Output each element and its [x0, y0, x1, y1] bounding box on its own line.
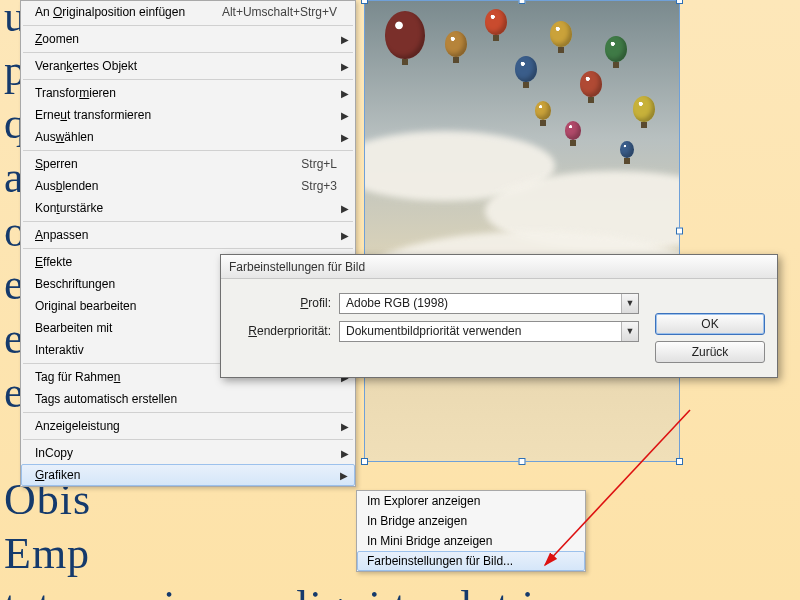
submenu-item-label: Farbeinstellungen für Bild... — [367, 554, 513, 568]
render-value: Dokumentbildpriorität verwenden — [346, 324, 521, 338]
menu-item-label: An Originalposition einfügen — [35, 5, 210, 19]
menu-item[interactable]: Auswählen▶ — [21, 126, 355, 148]
menu-item-label: Ausblenden — [35, 179, 289, 193]
menu-item-label: Verankertes Objekt — [35, 59, 337, 73]
submenu-arrow-icon: ▶ — [341, 203, 349, 214]
menu-shortcut: Strg+L — [289, 157, 337, 171]
cancel-button[interactable]: Zurück — [655, 341, 765, 363]
menu-item-label: Anpassen — [35, 228, 337, 242]
menu-item-label: Anzeigeleistung — [35, 419, 337, 433]
submenu-item[interactable]: Im Explorer anzeigen — [357, 491, 585, 511]
menu-item-label: Konturstärke — [35, 201, 337, 215]
menu-item-label: Erneut transformieren — [35, 108, 337, 122]
dialog-title: Farbeinstellungen für Bild — [221, 255, 777, 279]
menu-item[interactable]: AusblendenStrg+3 — [21, 175, 355, 197]
submenu-item-label: Im Explorer anzeigen — [367, 494, 480, 508]
submenu-arrow-icon: ▶ — [341, 88, 349, 99]
menu-item-label: Grafiken — [35, 468, 337, 482]
submenu-arrow-icon: ▶ — [340, 470, 348, 481]
menu-item-label: Transformieren — [35, 86, 337, 100]
farbeinstellungen-dialog[interactable]: Farbeinstellungen für Bild Profil: Adobe… — [220, 254, 778, 378]
submenu-item[interactable]: In Mini Bridge anzeigen — [357, 531, 585, 551]
menu-separator — [23, 412, 353, 413]
menu-separator — [23, 248, 353, 249]
menu-item-label: Zoomen — [35, 32, 337, 46]
document-canvas: ut e pore quos am, i — [0, 0, 800, 600]
placed-image-frame[interactable] — [364, 0, 680, 462]
menu-item[interactable]: Transformieren▶ — [21, 82, 355, 104]
menu-item[interactable]: Verankertes Objekt▶ — [21, 55, 355, 77]
menu-item[interactable]: Anzeigeleistung▶ — [21, 415, 355, 437]
menu-separator — [23, 52, 353, 53]
submenu-arrow-icon: ▶ — [341, 230, 349, 241]
ok-button[interactable]: OK — [655, 313, 765, 335]
menu-separator — [23, 221, 353, 222]
submenu-arrow-icon: ▶ — [341, 34, 349, 45]
submenu-arrow-icon: ▶ — [341, 110, 349, 121]
menu-item[interactable]: SperrenStrg+L — [21, 153, 355, 175]
menu-item[interactable]: Tags automatisch erstellen — [21, 388, 355, 410]
profile-value: Adobe RGB (1998) — [346, 296, 448, 310]
chevron-down-icon[interactable]: ▼ — [621, 294, 638, 313]
menu-item-label: InCopy — [35, 446, 337, 460]
menu-item-label: Sperren — [35, 157, 289, 171]
placed-image — [365, 1, 679, 461]
menu-shortcut: Alt+Umschalt+Strg+V — [210, 5, 337, 19]
menu-item[interactable]: Konturstärke▶ — [21, 197, 355, 219]
submenu-item-label: In Mini Bridge anzeigen — [367, 534, 492, 548]
submenu-arrow-icon: ▶ — [341, 61, 349, 72]
menu-separator — [23, 25, 353, 26]
submenu-item-label: In Bridge anzeigen — [367, 514, 467, 528]
menu-item[interactable]: Anpassen▶ — [21, 224, 355, 246]
menu-item[interactable]: InCopy▶ — [21, 442, 355, 464]
submenu-arrow-icon: ▶ — [341, 421, 349, 432]
menu-separator — [23, 439, 353, 440]
submenu-item[interactable]: In Bridge anzeigen — [357, 511, 585, 531]
menu-item[interactable]: An Originalposition einfügenAlt+Umschalt… — [21, 1, 355, 23]
menu-item-label: Auswählen — [35, 130, 337, 144]
submenu-arrow-icon: ▶ — [341, 132, 349, 143]
render-combobox[interactable]: Dokumentbildpriorität verwenden ▼ — [339, 321, 639, 342]
menu-item[interactable]: Erneut transformieren▶ — [21, 104, 355, 126]
grafiken-submenu[interactable]: Im Explorer anzeigenIn Bridge anzeigenIn… — [356, 490, 586, 572]
profile-label: Profil: — [233, 296, 339, 310]
profile-combobox[interactable]: Adobe RGB (1998) ▼ — [339, 293, 639, 314]
menu-shortcut: Strg+3 — [289, 179, 337, 193]
menu-item[interactable]: Grafiken▶ — [21, 464, 355, 486]
menu-separator — [23, 150, 353, 151]
submenu-arrow-icon: ▶ — [341, 448, 349, 459]
render-label: Renderpriorität: — [233, 324, 339, 338]
menu-separator — [23, 79, 353, 80]
context-menu[interactable]: An Originalposition einfügenAlt+Umschalt… — [20, 0, 356, 487]
menu-item-label: Tags automatisch erstellen — [35, 392, 337, 406]
menu-item[interactable]: Zoomen▶ — [21, 28, 355, 50]
chevron-down-icon[interactable]: ▼ — [621, 322, 638, 341]
submenu-item[interactable]: Farbeinstellungen für Bild... — [357, 551, 585, 571]
